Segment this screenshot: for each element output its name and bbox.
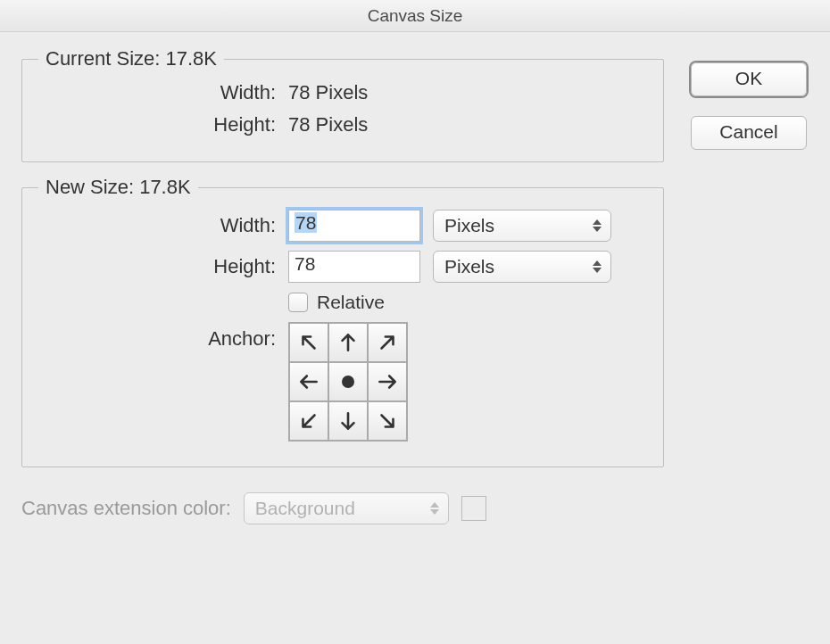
arrow-se-icon	[376, 409, 399, 433]
width-input-value: 78	[295, 212, 317, 233]
extension-color-label: Canvas extension color:	[21, 497, 231, 520]
new-width-label: Width:	[38, 214, 288, 237]
current-width-value: 78 Pixels	[288, 81, 368, 104]
anchor-ne[interactable]	[368, 323, 407, 362]
width-units-value: Pixels	[444, 215, 494, 236]
new-size-group: New Size: 17.8K Width: 78 Pixels Height:…	[21, 187, 664, 467]
current-size-group: Current Size: 17.8K Width: 78 Pixels Hei…	[21, 59, 664, 162]
anchor-e[interactable]	[368, 362, 407, 401]
height-input-value: 78	[295, 253, 315, 274]
anchor-se[interactable]	[368, 401, 407, 441]
height-units-value: Pixels	[444, 256, 494, 277]
arrow-left-icon	[297, 370, 320, 393]
window-title: Canvas Size	[0, 0, 830, 32]
arrow-down-icon	[336, 409, 360, 433]
anchor-w[interactable]	[289, 362, 328, 401]
anchor-grid	[288, 322, 408, 442]
current-height-label: Height:	[38, 113, 288, 136]
height-units-select[interactable]: Pixels	[433, 251, 611, 283]
arrow-up-icon	[336, 331, 360, 354]
relative-checkbox[interactable]	[288, 293, 308, 312]
current-height-value: 78 Pixels	[288, 113, 368, 136]
arrow-sw-icon	[297, 409, 320, 433]
anchor-label: Anchor:	[38, 322, 288, 351]
anchor-nw[interactable]	[289, 323, 328, 362]
ok-button[interactable]: OK	[691, 62, 807, 96]
stepper-arrows-icon	[593, 219, 602, 232]
current-width-label: Width:	[38, 81, 288, 104]
extension-color-swatch[interactable]	[461, 496, 486, 521]
arrow-ne-icon	[376, 331, 399, 354]
current-size-legend: Current Size: 17.8K	[38, 47, 224, 70]
arrow-nw-icon	[297, 331, 320, 354]
cancel-button[interactable]: Cancel	[691, 116, 807, 150]
anchor-sw[interactable]	[289, 401, 328, 441]
main-column: Current Size: 17.8K Width: 78 Pixels Hei…	[21, 59, 664, 524]
anchor-s[interactable]	[328, 401, 368, 441]
button-column: OK Cancel	[691, 62, 809, 169]
stepper-arrows-icon	[593, 260, 602, 273]
width-input[interactable]: 78	[288, 210, 420, 242]
dialog-content: Current Size: 17.8K Width: 78 Pixels Hei…	[0, 32, 830, 77]
new-height-label: Height:	[38, 255, 288, 278]
extension-color-row: Canvas extension color: Background	[21, 492, 664, 524]
width-units-select[interactable]: Pixels	[433, 210, 611, 242]
new-size-legend: New Size: 17.8K	[38, 176, 198, 199]
arrow-right-icon	[376, 370, 399, 393]
extension-color-value: Background	[255, 498, 355, 519]
stepper-arrows-icon	[430, 502, 439, 515]
relative-label: Relative	[317, 292, 385, 313]
anchor-n[interactable]	[328, 323, 368, 362]
anchor-center-dot-icon	[342, 376, 354, 388]
extension-color-select[interactable]: Background	[244, 492, 449, 524]
anchor-center[interactable]	[328, 362, 368, 401]
height-input[interactable]: 78	[288, 251, 420, 283]
